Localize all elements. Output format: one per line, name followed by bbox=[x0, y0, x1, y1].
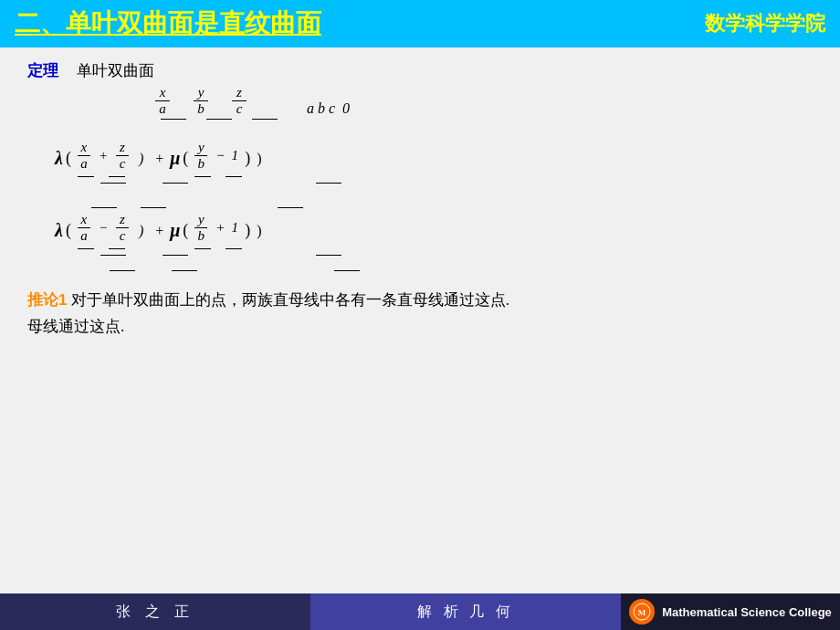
ul-b3-3 bbox=[334, 270, 360, 271]
paren-close-4: ) bbox=[245, 221, 250, 240]
corollary-text-2: 母线通过这点. bbox=[27, 318, 124, 335]
college-logo: M bbox=[629, 599, 655, 625]
paren-open-1: ( bbox=[66, 149, 71, 168]
ul-b2-gap bbox=[225, 255, 279, 256]
spacer-1 bbox=[27, 193, 813, 207]
underline-block-3 bbox=[110, 270, 813, 271]
param-row-1: λ ( x a + z c bbox=[55, 140, 813, 177]
eq-row-2b: y b + 1 bbox=[193, 212, 242, 244]
paren-close-3: ) bbox=[139, 223, 143, 239]
main-content: 定理 单叶双曲面 x a y b z c a b c 0 bbox=[0, 47, 840, 593]
frac-z-c: z c bbox=[232, 85, 247, 117]
logo-icon: M bbox=[633, 603, 651, 621]
frac-y-b-3: y b bbox=[194, 212, 207, 244]
plus-sym-1: + bbox=[154, 151, 164, 167]
eq-separator-2: ) bbox=[257, 223, 261, 239]
eq-row-1b: y b − 1 bbox=[193, 140, 242, 172]
lambda-2: λ bbox=[55, 220, 63, 241]
frac-x-a-2: x a bbox=[78, 140, 90, 172]
vars-row: x a y b z c a b c 0 bbox=[155, 85, 813, 117]
underline-2 bbox=[206, 119, 232, 120]
ul-b3-2 bbox=[172, 270, 197, 271]
underline-eq-2 bbox=[78, 248, 131, 249]
ul-b2-1 bbox=[100, 255, 126, 256]
underline-block-2-top bbox=[91, 207, 813, 208]
frac-x-a-3: x a bbox=[78, 212, 90, 244]
frac-z-c-3: z c bbox=[116, 212, 129, 244]
param-row-2: λ ( x a − z c bbox=[55, 212, 813, 249]
sub-eq-1b: y b − 1 bbox=[193, 140, 242, 177]
sub-eq-2: x a − z c bbox=[76, 212, 131, 249]
ul-b1-1 bbox=[100, 183, 126, 184]
plus-mu-1: ) bbox=[139, 151, 143, 167]
frac-y-b: y b bbox=[194, 85, 208, 117]
mu-1: μ bbox=[170, 148, 180, 169]
theorem-label: 定理 bbox=[27, 60, 58, 81]
underline-eq-1b bbox=[194, 176, 242, 177]
lambda-1: λ bbox=[55, 148, 63, 169]
page-title: 二、单叶双曲面是直纹曲面 bbox=[15, 6, 321, 41]
underline-3 bbox=[252, 119, 278, 120]
ul-b2t-3 bbox=[278, 207, 303, 208]
ul-b3-1 bbox=[110, 270, 135, 271]
underline-row-1 bbox=[161, 119, 813, 120]
footer-subject: 解 析 几 何 bbox=[417, 603, 513, 622]
footer-left: 张 之 正 bbox=[0, 593, 310, 630]
ul-b1-2 bbox=[163, 183, 188, 184]
sub-eq-1: x a + z c bbox=[76, 140, 131, 177]
paren-open-2: ( bbox=[183, 149, 188, 168]
paren-open-4: ( bbox=[183, 221, 188, 240]
ul-b3-gap bbox=[234, 270, 298, 271]
footer-name: 张 之 正 bbox=[116, 603, 195, 622]
corollary-label: 推论1 bbox=[27, 291, 67, 309]
sub-eq-2b: y b + 1 bbox=[193, 212, 242, 249]
param-block-2: λ ( x a − z c bbox=[55, 212, 813, 249]
mu-2: μ bbox=[170, 220, 180, 241]
eq-row-1a: x a + z c bbox=[76, 140, 131, 172]
ul-b2-2 bbox=[163, 255, 188, 256]
corollary-text: 对于单叶双曲面上的点，两族直母线中各有一条直母线通过这点. bbox=[71, 291, 509, 309]
footer: 张 之 正 解 析 几 何 M Mathematical Science Col… bbox=[0, 593, 840, 630]
svg-text:M: M bbox=[638, 608, 646, 617]
eq-separator-1: ) bbox=[257, 151, 261, 167]
theorem-header: 定理 单叶双曲面 bbox=[27, 60, 813, 81]
paren-open-3: ( bbox=[66, 221, 71, 240]
theorem-description: 单叶双曲面 bbox=[77, 60, 154, 81]
param-block-1: λ ( x a + z c bbox=[55, 140, 813, 177]
footer-right: M Mathematical Science College bbox=[621, 593, 840, 630]
formula-block: x a y b z c a b c 0 bbox=[137, 85, 813, 120]
ul-b1-3 bbox=[316, 183, 341, 184]
underline-block-2b bbox=[100, 255, 813, 256]
corollary-block: 推论1 对于单叶双曲面上的点，两族直母线中各有一条直母线通过这点. 母线通过这点… bbox=[27, 288, 813, 341]
plus-sym-2: + bbox=[154, 223, 164, 239]
footer-middle: 解 析 几 何 bbox=[310, 593, 621, 630]
header: 二、单叶双曲面是直纹曲面 数学科学学院 bbox=[0, 0, 840, 47]
frac-y-b-2: y b bbox=[194, 140, 207, 172]
ul-b2-3 bbox=[316, 255, 341, 256]
paren-close-2: ) bbox=[245, 149, 250, 168]
frac-x-a: x a bbox=[155, 85, 170, 117]
underline-eq-1 bbox=[78, 176, 131, 177]
underline-block-1 bbox=[100, 183, 813, 184]
ul-b2t-1 bbox=[91, 207, 117, 208]
college-header: 数学科学学院 bbox=[705, 10, 825, 37]
footer-college-text: Mathematical Science College bbox=[662, 605, 832, 619]
ul-b2t-gap bbox=[190, 207, 254, 208]
underline-eq-2b bbox=[194, 248, 242, 249]
underline-1 bbox=[161, 119, 186, 120]
frac-z-c-2: z c bbox=[116, 140, 129, 172]
ul-b2t-2 bbox=[141, 207, 166, 208]
condition-text: a b c 0 bbox=[307, 100, 350, 117]
ul-b1-gap bbox=[225, 183, 279, 184]
eq-row-2a: x a − z c bbox=[76, 212, 131, 244]
